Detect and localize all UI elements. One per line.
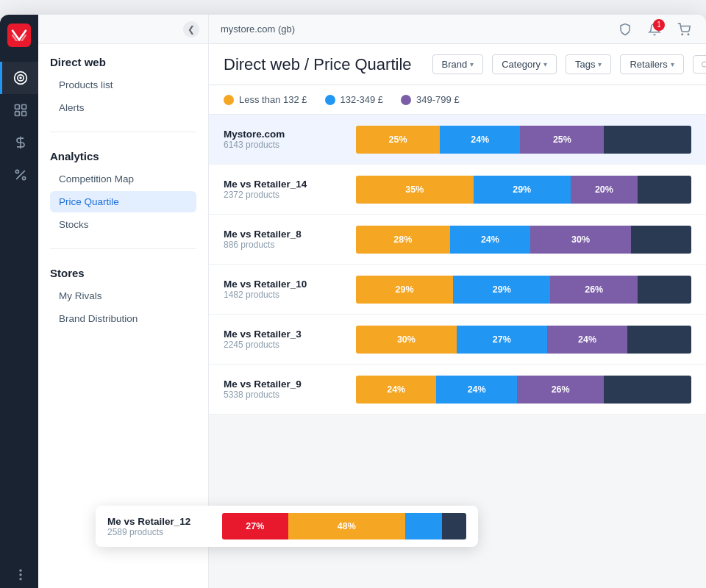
legend-label-purple: 349-799 £ <box>416 94 460 105</box>
row-name: Me vs Retailer_9 <box>224 379 344 390</box>
chart-row: Me vs Retailer_14 2372 products 35%29%20… <box>209 165 706 215</box>
row-sub: 2372 products <box>224 190 344 200</box>
legend-bar: Less than 132 £ 132-349 £ 349-799 £ <box>209 85 706 115</box>
rail-icon-more[interactable] <box>0 559 38 588</box>
row-name: Me vs Retailer_14 <box>224 179 344 190</box>
bar-segment: 24% <box>440 126 520 154</box>
bar-segment <box>627 326 691 354</box>
bar-segment: 30% <box>356 326 457 354</box>
row-sub: 1482 products <box>224 290 344 300</box>
legend-label-orange: Less than 132 £ <box>239 94 307 105</box>
main-area: mystore.com (gb) 1 <box>209 15 706 588</box>
rail-icon-dollar[interactable] <box>0 126 38 159</box>
bar-segment: 24% <box>436 376 516 404</box>
bar-segment: 24% <box>450 226 530 254</box>
svg-point-10 <box>22 177 25 180</box>
page-header: Direct web / Price Quartile Brand ▾ Cate… <box>209 44 706 85</box>
sidebar-item-brand-distribution[interactable]: Brand Distribution <box>50 308 196 329</box>
bar-segment: 35% <box>356 176 474 204</box>
bell-icon[interactable]: 1 <box>644 19 665 40</box>
bar-segment: 25% <box>356 126 440 154</box>
sidebar-group-title-analytics: Analytics <box>50 150 196 162</box>
svg-rect-6 <box>21 112 26 116</box>
collapse-button[interactable]: ❮ <box>183 21 199 37</box>
svg-point-13 <box>19 578 21 580</box>
bar-container: 28%24%30% <box>356 226 691 254</box>
svg-point-15 <box>688 34 689 35</box>
sidebar: ❮ Direct web Products list Alerts Analyt… <box>38 15 209 588</box>
sidebar-item-stocks[interactable]: Stocks <box>50 214 196 235</box>
bar-segment: 29% <box>356 276 453 304</box>
bar-segment: 24% <box>547 326 627 354</box>
bar-container: 25%24%25% <box>356 126 691 154</box>
row-sub: 2245 products <box>224 340 344 350</box>
bar-segment: 28% <box>356 226 450 254</box>
svg-point-14 <box>682 34 683 35</box>
store-label: mystore.com (gb) <box>221 24 295 35</box>
category-filter-button[interactable]: Category ▾ <box>492 54 557 74</box>
svg-rect-4 <box>21 105 26 110</box>
chart-row: Me vs Retailer_8 886 products 28%24%30% <box>209 215 706 265</box>
sidebar-section-direct-web: Direct web Products list Alerts <box>38 44 208 126</box>
search-icon <box>701 60 706 70</box>
bar-segment: 27% <box>457 326 547 354</box>
row-label: Me vs Retailer_14 2372 products <box>224 179 356 200</box>
sidebar-group-title-direct-web: Direct web <box>50 56 196 68</box>
sidebar-item-price-quartile[interactable]: Price Quartile <box>50 191 196 212</box>
sidebar-item-my-rivals[interactable]: My Rivals <box>50 285 196 306</box>
row-label: Me vs Retailer_8 886 products <box>224 229 356 250</box>
page-title: Direct web / Price Quartile <box>224 55 412 74</box>
floating-row-sub: 2589 products <box>107 527 210 537</box>
shield-icon[interactable] <box>615 19 635 40</box>
floating-bar-segment: 48% <box>288 513 405 539</box>
bar-segment <box>631 226 691 254</box>
floating-bar-segment <box>405 513 442 539</box>
sidebar-topbar: ❮ <box>38 15 208 44</box>
chart-row: Me vs Retailer_10 1482 products 29%29%26… <box>209 265 706 315</box>
sidebar-item-products-list[interactable]: Products list <box>50 74 196 96</box>
row-name: Me vs Retailer_3 <box>224 329 344 340</box>
row-name: Me vs Retailer_10 <box>224 279 344 290</box>
floating-bar: 27%48% <box>222 513 466 539</box>
legend-item-purple: 349-799 £ <box>401 94 460 105</box>
bar-segment <box>604 376 691 404</box>
bar-container: 30%27%24% <box>356 326 691 354</box>
floating-bar-segment <box>442 513 466 539</box>
bar-segment: 29% <box>453 276 550 304</box>
rail-icon-target[interactable] <box>0 62 38 94</box>
legend-label-blue: 132-349 £ <box>340 94 384 105</box>
bar-segment <box>638 176 691 204</box>
sidebar-section-stores: Stores My Rivals Brand Distribution <box>38 255 208 337</box>
legend-dot-orange <box>224 95 234 105</box>
sidebar-item-alerts[interactable]: Alerts <box>50 97 196 118</box>
chart-row: Mystore.com 6143 products 25%24%25% <box>209 115 706 165</box>
floating-row-name: Me vs Retailer_12 <box>107 516 210 527</box>
row-name: Me vs Retailer_8 <box>224 229 344 240</box>
row-sub: 6143 products <box>224 140 344 150</box>
sidebar-item-competition-map[interactable]: Competition Map <box>50 168 196 190</box>
chart-row: Me vs Retailer_9 5338 products 24%24%26% <box>209 365 706 415</box>
chart-row: Me vs Retailer_3 2245 products 30%27%24% <box>209 315 706 365</box>
bar-segment: 20% <box>571 176 638 204</box>
tags-filter-button[interactable]: Tags ▾ <box>566 54 611 74</box>
icon-rail <box>0 15 38 588</box>
bar-segment: 26% <box>517 376 605 404</box>
floating-row: Me vs Retailer_12 2589 products 27%48% <box>96 506 478 547</box>
top-bar-icons: 1 <box>615 19 694 40</box>
floating-bar-segment: 27% <box>222 513 288 539</box>
row-label: Me vs Retailer_10 1482 products <box>224 279 356 300</box>
bar-segment: 30% <box>530 226 631 254</box>
notification-badge: 1 <box>653 19 665 31</box>
brand-filter-button[interactable]: Brand ▾ <box>432 54 484 74</box>
logo[interactable] <box>7 24 31 47</box>
top-bar: mystore.com (gb) 1 <box>209 15 706 44</box>
row-sub: 886 products <box>224 240 344 250</box>
row-sub: 5338 products <box>224 390 344 400</box>
search-box[interactable]: Search <box>693 55 706 74</box>
legend-item-orange: Less than 132 £ <box>224 94 307 105</box>
rail-icon-percent[interactable] <box>0 159 38 191</box>
svg-point-9 <box>15 170 18 173</box>
retailers-filter-button[interactable]: Retailers ▾ <box>620 54 683 74</box>
cart-icon[interactable] <box>674 19 694 40</box>
rail-icon-grid[interactable] <box>0 94 38 126</box>
